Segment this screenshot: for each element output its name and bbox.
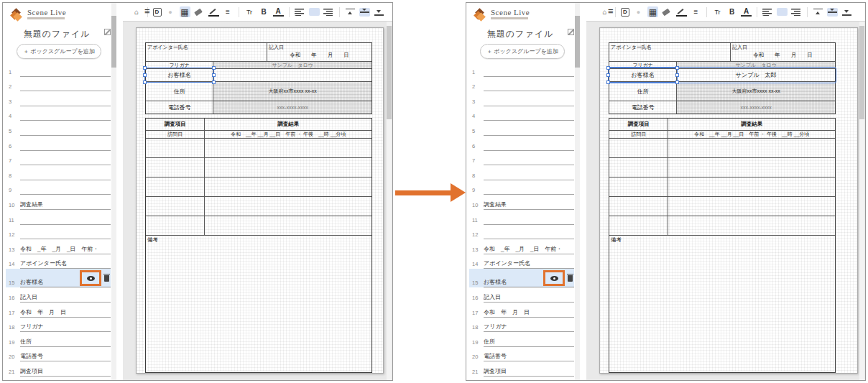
furigana-value-cell[interactable]: サンプル タロウ bbox=[213, 62, 371, 68]
sidebar-row[interactable]: 7 bbox=[9, 151, 111, 166]
sidebar-row[interactable]: 21調査項目 bbox=[472, 361, 574, 377]
border-color-pen-icon[interactable] bbox=[676, 8, 687, 17]
align-left-icon[interactable] bbox=[762, 8, 773, 16]
sidebar-row[interactable]: 16記入日 bbox=[9, 287, 111, 303]
home-icon[interactable]: ⌂ bbox=[599, 6, 610, 17]
entry-date-cell[interactable]: 記入日 令和 年 月 日 bbox=[731, 43, 835, 61]
sidebar-row[interactable]: 4 bbox=[9, 106, 111, 121]
sidebar-row[interactable]: 10調査結果 bbox=[9, 195, 111, 210]
sidebar-row[interactable]: 10調査結果 bbox=[472, 195, 574, 210]
selection-outline[interactable] bbox=[144, 68, 214, 83]
valign-top-icon[interactable] bbox=[345, 8, 356, 17]
border-style-icon[interactable]: ≡ bbox=[223, 6, 234, 17]
align-center-icon[interactable] bbox=[777, 8, 788, 16]
sidebar-row[interactable]: 12 bbox=[9, 225, 111, 240]
sidebar-row[interactable]: 20電話番号 bbox=[472, 347, 574, 362]
valign-bottom-icon[interactable] bbox=[841, 8, 852, 17]
customer-label-cell[interactable]: お客様名 bbox=[609, 69, 677, 81]
sidebar-row[interactable]: 15お客様名 bbox=[469, 269, 574, 287]
phone-value-cell[interactable]: xxx-xxxx-xxxx bbox=[213, 101, 371, 114]
app-logo[interactable]: Scene Live bbox=[473, 9, 530, 23]
sidebar-row[interactable]: 5 bbox=[472, 121, 574, 136]
align-right-icon[interactable] bbox=[323, 8, 334, 16]
sidebar-row[interactable]: 8 bbox=[9, 165, 111, 180]
phone-label-cell[interactable]: 電話番号 bbox=[609, 101, 677, 114]
border-style-icon[interactable]: ≡ bbox=[691, 6, 701, 17]
customer-value-cell[interactable] bbox=[213, 69, 371, 81]
address-label-cell[interactable]: 住所 bbox=[609, 82, 677, 101]
sidebar-row[interactable]: 13令和 _年 _月 _日 午前・ bbox=[472, 239, 574, 254]
appointer-cell[interactable]: アポインター氏名 bbox=[146, 43, 267, 61]
font-color-icon[interactable]: A bbox=[273, 7, 284, 17]
sidebar-row[interactable]: 15お客様名 bbox=[6, 269, 111, 287]
sidebar-row[interactable]: 6 bbox=[9, 136, 111, 151]
address-label-cell[interactable]: 住所 bbox=[146, 82, 213, 101]
sidebar-row[interactable]: 9 bbox=[472, 180, 574, 195]
entry-date-cell[interactable]: 記入日 令和 年 月 日 bbox=[267, 43, 371, 61]
shape-circle-icon[interactable]: ● bbox=[633, 6, 644, 17]
sidebar-row[interactable]: 7 bbox=[472, 151, 574, 166]
phone-value-cell[interactable]: xxx-xxxx-xxxx bbox=[677, 101, 835, 114]
survey-result-header[interactable]: 調査結果 bbox=[668, 119, 835, 130]
sidebar-scrollbar-thumb[interactable] bbox=[575, 16, 580, 68]
delete-trash-icon[interactable] bbox=[104, 275, 109, 282]
sidebar-row[interactable]: 18フリガナ bbox=[472, 318, 574, 333]
bold-icon[interactable]: B bbox=[726, 6, 737, 17]
valign-middle-icon[interactable] bbox=[359, 8, 370, 17]
border-color-pen-icon[interactable] bbox=[208, 8, 219, 17]
sidebar-row[interactable]: 8 bbox=[472, 165, 574, 180]
fill-eraser-icon[interactable] bbox=[194, 8, 205, 17]
sidebar-row[interactable]: 11 bbox=[9, 210, 111, 225]
customer-label-cell[interactable]: お客様名 bbox=[146, 69, 213, 81]
add-box-group-button[interactable]: ＋ ボックスグループを追加 bbox=[17, 44, 101, 59]
add-box-group-button[interactable]: ＋ ボックスグループを追加 bbox=[480, 44, 565, 59]
sidebar-row[interactable]: 19住所 bbox=[472, 332, 574, 347]
survey-result-header[interactable]: 調査結果 bbox=[205, 119, 371, 130]
edit-title-icon[interactable] bbox=[104, 29, 111, 35]
shape-circle-icon[interactable]: ● bbox=[165, 6, 176, 17]
visit-label-cell[interactable]: 訪問日 bbox=[609, 131, 668, 138]
valign-bottom-icon[interactable] bbox=[374, 8, 384, 17]
align-center-icon[interactable] bbox=[309, 8, 320, 16]
remarks-cell[interactable]: 備考 bbox=[609, 236, 835, 372]
sidebar-row[interactable]: 1 bbox=[9, 62, 111, 77]
phone-label-cell[interactable]: 電話番号 bbox=[146, 101, 213, 114]
document-scrollbar-thumb[interactable] bbox=[859, 26, 864, 119]
sidebar-row[interactable]: 5 bbox=[9, 121, 111, 136]
survey-item-header[interactable]: 調査項目 bbox=[146, 119, 205, 130]
delete-trash-icon[interactable] bbox=[568, 275, 573, 282]
menu-hamburger-icon[interactable]: ≡ bbox=[144, 6, 150, 17]
home-icon[interactable]: ⌂ bbox=[131, 6, 142, 17]
edit-title-icon[interactable] bbox=[568, 29, 574, 35]
sidebar-row[interactable]: 2 bbox=[9, 77, 111, 92]
valign-middle-icon[interactable] bbox=[827, 8, 838, 17]
survey-item-header[interactable]: 調査項目 bbox=[609, 119, 668, 130]
bold-icon[interactable]: B bbox=[259, 6, 269, 17]
sidebar-row[interactable]: 20電話番号 bbox=[9, 347, 111, 362]
sidebar-row[interactable]: 3 bbox=[472, 91, 574, 106]
sidebar-row[interactable]: 17令和 年 月 日 bbox=[9, 303, 111, 318]
table-grid-icon[interactable]: ▦ bbox=[647, 6, 658, 17]
text-type-icon[interactable]: Tr bbox=[712, 6, 723, 17]
sidebar-row[interactable]: 18フリガナ bbox=[9, 318, 111, 333]
sidebar-row[interactable]: 12 bbox=[472, 225, 574, 240]
font-color-icon[interactable]: A bbox=[741, 7, 752, 17]
visibility-eye-icon[interactable] bbox=[87, 274, 95, 282]
sidebar-row[interactable]: 3 bbox=[9, 91, 111, 106]
sidebar-row[interactable]: 2 bbox=[472, 77, 574, 92]
sidebar-row[interactable]: 17令和 年 月 日 bbox=[472, 303, 574, 318]
text-type-icon[interactable]: Tr bbox=[244, 6, 255, 17]
document-scrollbar-thumb[interactable] bbox=[387, 26, 392, 119]
sidebar-row[interactable]: 4 bbox=[472, 106, 574, 121]
sidebar-row[interactable]: 1 bbox=[472, 62, 574, 77]
app-logo[interactable]: Scene Live bbox=[9, 9, 66, 23]
fill-eraser-icon[interactable] bbox=[662, 8, 673, 17]
appointer-cell[interactable]: アポインター氏名 bbox=[609, 43, 731, 61]
sidebar-row[interactable]: 6 bbox=[472, 136, 574, 151]
visibility-eye-icon[interactable] bbox=[550, 274, 558, 282]
visit-value-cell[interactable]: 令和 __年 __月 __日 午前 ・ 午後 __時 __分頃 bbox=[668, 131, 835, 138]
sidebar-row[interactable]: 14アポインター氏名 bbox=[472, 254, 574, 269]
visit-value-cell[interactable]: 令和 __年 __月 __日 午前 ・ 午後 __時 __分頃 bbox=[205, 131, 371, 138]
remarks-cell[interactable]: 備考 bbox=[146, 236, 371, 372]
sidebar-row[interactable]: 21調査項目 bbox=[9, 361, 111, 377]
